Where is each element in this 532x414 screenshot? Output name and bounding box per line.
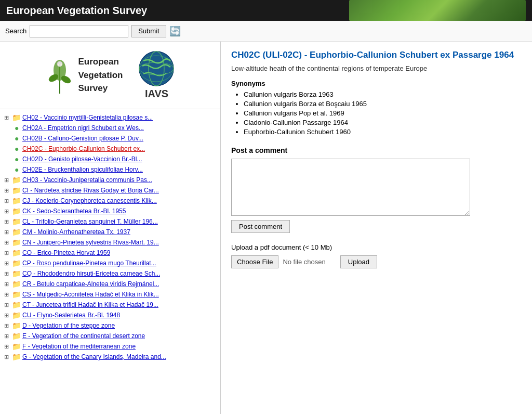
expand-icon[interactable]: ⊞ (4, 187, 10, 194)
tree-item[interactable]: ●CH02E - Bruckenthalion spiculifoliae Ho… (2, 164, 218, 175)
folder-icon: 📁 (12, 321, 21, 330)
post-comment-button[interactable]: Post comment (231, 220, 290, 233)
submit-button[interactable]: Submit (131, 25, 166, 37)
tree-item[interactable]: ⊞📁CT - Juncetea trifidi Hadač in Klika e… (2, 300, 218, 310)
tree-item[interactable]: ●CH02D - Genisto pilosae-Vaccinion Br.-B… (2, 154, 218, 164)
expand-icon[interactable]: ⊞ (4, 208, 10, 215)
tree-item[interactable]: ⊞📁E - Vegetation of the continental dese… (2, 331, 218, 341)
tree-item-label[interactable]: CH02 - Vaccinio myrtilli-Genistetalia pi… (22, 114, 153, 121)
content-title: CH02C (ULI-02C) - Euphorbio-Callunion Sc… (231, 50, 522, 60)
tree-item-label[interactable]: CU - Elyno-Seslerietea Br.-Bl. 1948 (22, 312, 120, 319)
synonym-item: Callunion vulgaris Borza et Boşcaiu 1965 (244, 100, 522, 108)
expand-icon[interactable]: ⊞ (4, 281, 10, 288)
expand-icon[interactable]: ⊞ (4, 312, 10, 319)
tree-item-label[interactable]: D - Vegetation of the steppe zone (22, 322, 115, 329)
folder-icon: 📁 (12, 311, 21, 319)
folder-icon: 📁 (12, 269, 21, 278)
upload-button[interactable]: Upload (340, 255, 377, 268)
app-header: European Vegetation Survey (0, 0, 532, 21)
expand-icon[interactable]: ⊞ (4, 229, 10, 236)
folder-icon: 📁 (12, 290, 21, 299)
tree-item-label[interactable]: CR - Betulo carpaticae-Alnetea viridis R… (22, 280, 159, 288)
tree-item[interactable]: ⊞📁CH03 - Vaccinio-Juniperetalia communis… (2, 175, 218, 185)
folder-icon: 📁 (12, 186, 21, 195)
tree-item[interactable]: ⊞📁CR - Betulo carpaticae-Alnetea viridis… (2, 279, 218, 289)
tree-item[interactable]: ⊞📁D - Vegetation of the steppe zone (2, 320, 218, 331)
upload-area: Choose File No file chosen Upload (231, 255, 522, 268)
expand-icon[interactable]: ⊞ (4, 198, 10, 204)
synonym-item: Callunion vulgaris Pop et al. 1969 (244, 109, 522, 117)
folder-icon: 📁 (12, 332, 21, 340)
tree-item[interactable]: ⊞📁CQ - Rhododendro hirsuti-Ericetea carn… (2, 268, 218, 279)
tree-item-label[interactable]: E - Vegetation of the continental desert… (22, 332, 145, 340)
search-bar: Search Submit 🔄 (0, 21, 532, 42)
expand-icon[interactable]: ⊞ (4, 177, 10, 184)
tree-item-label[interactable]: F - Vegetation of the mediterranean zone (22, 343, 136, 350)
iavs-text: IAVS (145, 88, 168, 100)
tree-item-label[interactable]: CO - Erico-Pinetea Horvat 1959 (22, 249, 110, 256)
tree-item[interactable]: ●CH02C - Euphorbio-Callunion Schubert ex… (2, 144, 218, 154)
post-comment-header: Post a comment (231, 146, 522, 154)
tree-item-label[interactable]: CS - Mulgedio-Aconitetea Hadač et Klika … (22, 291, 159, 298)
tree-item[interactable]: ●CH02A - Empetrion nigri Schubert ex Wes… (2, 123, 218, 133)
dot-icon: ● (15, 155, 21, 163)
tree-item-label[interactable]: CJ - Koelerio-Corynephoretea canescentis… (22, 197, 157, 204)
tree-item-label[interactable]: CM - Molinio-Arrhenatheretea Tx. 1937 (22, 228, 130, 236)
expand-icon[interactable]: ⊞ (4, 291, 10, 298)
tree-item[interactable]: ⊞📁CO - Erico-Pinetea Horvat 1959 (2, 248, 218, 258)
iavs-logo: IAVS (138, 50, 175, 100)
tree-item-label[interactable]: CT - Juncetea trifidi Hadač in Klika et … (22, 301, 158, 308)
dot-icon: ● (15, 165, 21, 174)
tree-item-label[interactable]: CH02C - Euphorbio-Callunion Schubert ex.… (22, 145, 145, 152)
left-panel: EuropeanVegetationSurvey IAVS ⊞📁CH02 - V… (0, 42, 221, 414)
refresh-icon[interactable]: 🔄 (169, 25, 181, 37)
svg-point-6 (60, 62, 62, 64)
expand-icon[interactable]: ⊞ (4, 322, 10, 329)
search-input[interactable] (30, 25, 128, 37)
comment-textarea[interactable] (231, 159, 470, 216)
synonym-item: Cladonio-Callunion Passarge 1964 (244, 119, 522, 126)
tree-item-label[interactable]: CK - Sedo-Scleranthetea Br.-Bl. 1955 (22, 208, 126, 215)
tree-item-label[interactable]: G - Vegetation of the Canary Islands, Ma… (22, 353, 166, 360)
choose-file-button[interactable]: Choose File (231, 255, 278, 268)
right-panel: CH02C (ULI-02C) - Euphorbio-Callunion Sc… (221, 42, 532, 414)
tree-item-label[interactable]: CH03 - Vaccinio-Juniperetalia communis P… (22, 176, 152, 184)
expand-icon[interactable]: ⊞ (4, 114, 10, 121)
tree-item[interactable]: ⊞📁CJ - Koelerio-Corynephoretea canescent… (2, 196, 218, 206)
tree-item[interactable]: ⊞📁CL - Trifolio-Geranietea sanguinei T. … (2, 216, 218, 227)
synonyms-header: Synonyms (231, 80, 522, 87)
tree-item[interactable]: ⊞📁CH02 - Vaccinio myrtilli-Genistetalia … (2, 112, 218, 123)
folder-icon: 📁 (12, 353, 21, 361)
main-layout: EuropeanVegetationSurvey IAVS ⊞📁CH02 - V… (0, 42, 532, 414)
expand-icon[interactable]: ⊞ (4, 218, 10, 225)
expand-icon[interactable]: ⊞ (4, 343, 10, 350)
tree-item[interactable]: ⊞📁CS - Mulgedio-Aconitetea Hadač et Klik… (2, 289, 218, 300)
tree-item-label[interactable]: CL - Trifolio-Geranietea sanguinei T. Mü… (22, 218, 158, 225)
tree-item-label[interactable]: CN - Junipero-Pinetea sylvestris Rivas-M… (22, 239, 159, 246)
tree-item-label[interactable]: CH02D - Genisto pilosae-Vaccinion Br.-Bl… (22, 156, 142, 163)
expand-icon[interactable]: ⊞ (4, 239, 10, 246)
tree-item[interactable]: ⊞📁CP - Roso pendulinae-Pinetea mugo Theu… (2, 258, 218, 268)
expand-icon[interactable]: ⊞ (4, 260, 10, 267)
folder-icon: 📁 (12, 301, 21, 309)
tree-item-label[interactable]: CI - Nardetea strictae Rivas Goday et Bo… (22, 187, 159, 194)
expand-icon[interactable]: ⊞ (4, 302, 10, 308)
tree-item[interactable]: ⊞📁F - Vegetation of the mediterranean zo… (2, 341, 218, 352)
expand-icon[interactable]: ⊞ (4, 250, 10, 256)
expand-icon[interactable]: ⊞ (4, 270, 10, 277)
tree-item-label[interactable]: CH02B - Calluno-Genistion pilosae P. Duv… (22, 135, 143, 142)
tree-item[interactable]: ⊞📁G - Vegetation of the Canary Islands, … (2, 352, 218, 362)
tree-item[interactable]: ⊞📁CI - Nardetea strictae Rivas Goday et … (2, 185, 218, 196)
tree-item-label[interactable]: CH02A - Empetrion nigri Schubert ex Wes.… (22, 124, 144, 132)
tree-item-label[interactable]: CP - Roso pendulinae-Pinetea mugo Theuri… (22, 260, 156, 267)
tree-item[interactable]: ⊞📁CM - Molinio-Arrhenatheretea Tx. 1937 (2, 227, 218, 237)
tree-item-label[interactable]: CQ - Rhododendro hirsuti-Ericetea carnea… (22, 270, 160, 277)
tree-item[interactable]: ⊞📁CU - Elyno-Seslerietea Br.-Bl. 1948 (2, 310, 218, 320)
tree-item[interactable]: ●CH02B - Calluno-Genistion pilosae P. Du… (2, 133, 218, 144)
tree-item[interactable]: ⊞📁CK - Sedo-Scleranthetea Br.-Bl. 1955 (2, 206, 218, 216)
expand-icon[interactable]: ⊞ (4, 333, 10, 340)
expand-icon[interactable]: ⊞ (4, 354, 10, 360)
tree-item-label[interactable]: CH02E - Bruckenthalion spiculifoliae Hor… (22, 166, 143, 173)
no-file-label: No file chosen (283, 258, 325, 266)
tree-item[interactable]: ⊞📁CN - Junipero-Pinetea sylvestris Rivas… (2, 237, 218, 248)
